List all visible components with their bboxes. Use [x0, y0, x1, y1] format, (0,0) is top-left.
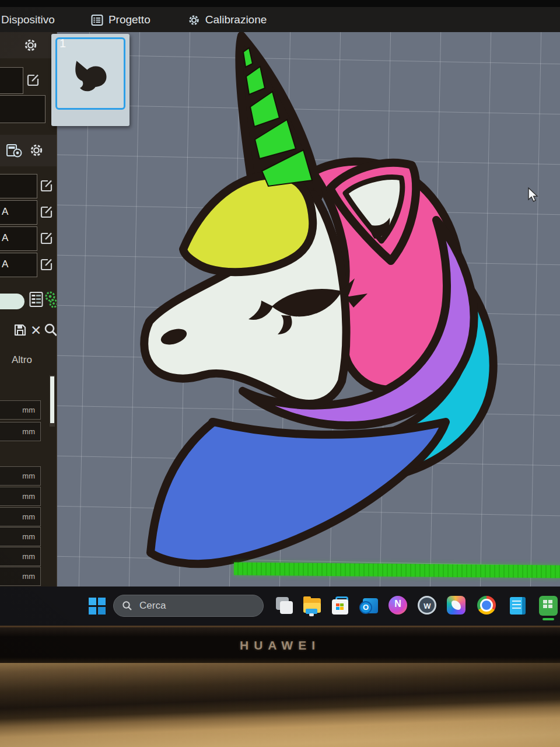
- unit-label: mm: [22, 512, 35, 521]
- forelock: [183, 175, 313, 272]
- edit-icon[interactable]: [26, 73, 40, 87]
- scrollbar-thumb[interactable]: [50, 376, 54, 423]
- unit-label: mm: [22, 406, 35, 414]
- measure-field[interactable]: mm: [0, 507, 41, 526]
- param-field[interactable]: A: [0, 253, 37, 277]
- unit-label: mm: [22, 472, 35, 480]
- param-field[interactable]: [0, 174, 37, 198]
- edit-icon[interactable]: [40, 205, 54, 219]
- more-label[interactable]: Altro: [12, 354, 32, 366]
- copilot-icon[interactable]: [447, 596, 466, 615]
- bezel-edge: [0, 626, 560, 627]
- task-view-icon[interactable]: [274, 596, 294, 616]
- measure-field[interactable]: mm: [0, 400, 41, 420]
- app-menubar: Dispositivo Progetto Calibrazione: [0, 7, 560, 33]
- thumbnail-number: 1: [60, 37, 66, 50]
- menu-progetto-label: Progetto: [108, 13, 150, 26]
- laptop-bezel: HUAWEI: [0, 626, 560, 663]
- mane-blue: [150, 422, 446, 564]
- laptop-screen: Dispositivo Progetto Calibrazione: [0, 0, 560, 626]
- menu-calibrazione-label: Calibrazione: [205, 13, 267, 26]
- gear-icon: [188, 14, 200, 26]
- edit-icon[interactable]: [40, 231, 54, 245]
- color-swatch[interactable]: [0, 294, 24, 309]
- measure-field[interactable]: mm: [0, 547, 41, 566]
- edit-icon[interactable]: [40, 257, 54, 271]
- measure-field[interactable]: mm: [0, 567, 41, 586]
- gear-icon[interactable]: [23, 38, 38, 53]
- list-icon: [91, 14, 103, 26]
- unit-label: mm: [22, 552, 35, 561]
- canvas-viewport[interactable]: [57, 32, 560, 587]
- green-app-icon[interactable]: [538, 596, 558, 616]
- design-device-icon[interactable]: [6, 143, 22, 158]
- laptop-deck: [0, 663, 560, 747]
- menu-dispositivo-label: Dispositivo: [1, 13, 55, 26]
- notepad-icon[interactable]: [508, 596, 527, 616]
- laptop-photo: Dispositivo Progetto Calibrazione: [0, 0, 560, 747]
- measure-field[interactable]: mm: [0, 487, 41, 506]
- menu-dispositivo[interactable]: Dispositivo: [1, 13, 55, 26]
- save-icon[interactable]: [13, 323, 27, 337]
- param-value: A: [2, 259, 8, 270]
- measure-field[interactable]: mm: [0, 466, 41, 486]
- mouse-cursor: [527, 187, 539, 204]
- param-value: A: [2, 206, 8, 218]
- menu-progetto[interactable]: Progetto: [91, 13, 150, 26]
- search-icon: [122, 601, 132, 611]
- measure-field[interactable]: mm: [0, 527, 41, 546]
- design-thumbnail-card[interactable]: 1: [51, 34, 130, 126]
- machine-info-field[interactable]: [0, 95, 46, 123]
- sidebar-section-design: [0, 135, 57, 166]
- outlook-icon[interactable]: O: [359, 596, 379, 616]
- chrome-icon[interactable]: [477, 596, 496, 615]
- unit-label: mm: [22, 427, 35, 436]
- edit-icon[interactable]: [40, 179, 54, 193]
- unit-label: mm: [22, 492, 35, 501]
- file-explorer-icon[interactable]: [302, 596, 322, 616]
- windows-taskbar: O N W: [0, 587, 560, 626]
- vpn-shield-icon[interactable]: W: [418, 596, 436, 615]
- param-field[interactable]: A: [0, 226, 37, 251]
- sidebar-section-machine: [0, 32, 57, 58]
- color-list-icon[interactable]: [29, 291, 43, 308]
- measure-field[interactable]: mm: [0, 422, 41, 441]
- param-field[interactable]: A: [0, 200, 37, 225]
- close-icon[interactable]: ✕: [30, 323, 41, 338]
- unit-label: mm: [22, 572, 35, 581]
- unit-label: mm: [22, 532, 35, 541]
- start-button-icon[interactable]: [89, 598, 106, 615]
- threads-icon[interactable]: [44, 291, 57, 309]
- sidebar-scrollbar[interactable]: [50, 375, 55, 427]
- search-input[interactable]: [138, 599, 240, 612]
- machine-name-field[interactable]: [0, 67, 23, 94]
- unicorn-silhouette-icon: [69, 55, 113, 95]
- unicorn-artwork: [138, 32, 499, 581]
- gear-icon[interactable]: [29, 143, 44, 158]
- search-icon[interactable]: [43, 322, 57, 337]
- param-value: A: [2, 232, 8, 244]
- menu-calibrazione[interactable]: Calibrazione: [188, 13, 267, 26]
- left-sidebar: A A A: [0, 32, 57, 587]
- brand-logo: HUAWEI: [0, 638, 560, 652]
- taskbar-search[interactable]: [113, 595, 264, 617]
- microsoft-store-icon[interactable]: [330, 596, 350, 616]
- messenger-icon[interactable]: N: [388, 596, 407, 615]
